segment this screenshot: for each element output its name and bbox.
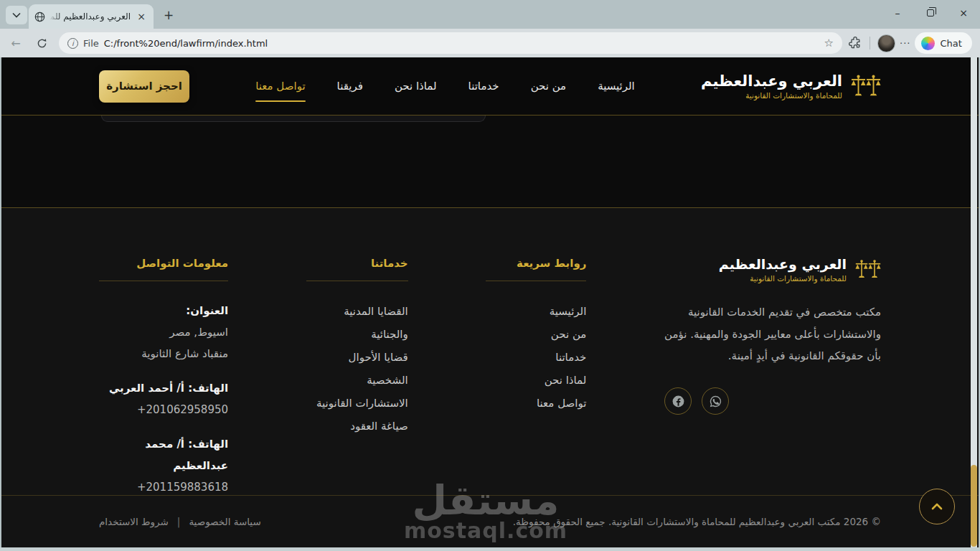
browser-menu-icon[interactable]: ··· (900, 38, 910, 49)
logo-subtitle: للمحاماة والاستشارات القانونية (701, 91, 842, 100)
spacer (99, 420, 228, 433)
phone2-label: الهاتف: أ/ محمد عبدالعظيم (99, 433, 228, 476)
copilot-icon (921, 37, 935, 50)
nav-contact[interactable]: تواصل معنا (255, 80, 305, 93)
tab-close-icon[interactable]: × (135, 10, 148, 23)
address-line-2: منقباد شارع الثانوية (99, 343, 228, 364)
legal-links: سياسة الخصوصية | شروط الاستخدام (99, 516, 261, 527)
main-nav: الرئيسية من نحن خدماتنا لماذا نحن فريقنا… (255, 80, 635, 93)
browser-toolbar: ← i File C:/front%20end/lawfirm/index.ht… (0, 29, 980, 57)
address-bar[interactable]: i File C:/front%20end/lawfirm/index.html… (59, 32, 842, 54)
footer-link-services[interactable]: خدماتنا (486, 346, 586, 369)
footer-bottom-bar: © 2026 مكتب العربي وعبدالعظيم للمحاماة و… (1, 495, 979, 547)
scales-of-justice-icon (851, 74, 881, 98)
footer-about-description: مكتب متخصص في تقديم الخدمات القانونية وا… (664, 301, 881, 367)
globe-icon (34, 11, 45, 22)
page-viewport: العربي وعبدالعظيم للمحاماة والاستشارات ا… (1, 57, 979, 547)
logo-text: العربي وعبدالعظيم للمحاماة والاستشارات ا… (701, 72, 842, 100)
footer-quicklinks-column: روابط سريعة الرئيسية من نحن خدماتنا لماذ… (486, 257, 586, 498)
footer-link-about[interactable]: من نحن (486, 323, 586, 346)
footer-service-contracts[interactable]: صياغة العقود (306, 415, 408, 438)
privacy-policy-link[interactable]: سياسة الخصوصية (189, 516, 260, 527)
site-logo[interactable]: العربي وعبدالعظيم للمحاماة والاستشارات ا… (701, 72, 881, 100)
nav-services[interactable]: خدماتنا (468, 80, 499, 93)
refresh-button[interactable] (32, 33, 52, 53)
copilot-chat-button[interactable]: Chat (915, 32, 971, 54)
facebook-icon (672, 395, 685, 408)
whatsapp-icon (709, 395, 722, 408)
spacer (99, 364, 228, 377)
footer-link-why-us[interactable]: لماذا نحن (486, 369, 586, 392)
terms-link[interactable]: شروط الاستخدام (99, 516, 169, 527)
footer-service-legal-consult[interactable]: الاستشارات القانونية (306, 392, 408, 415)
phone1-number[interactable]: +201062958950 (99, 399, 228, 420)
chat-label: Chat (940, 38, 961, 49)
refresh-icon (37, 38, 47, 49)
book-consultation-button[interactable]: احجز استشارة (99, 70, 189, 103)
bookmark-star-icon[interactable]: ☆ (824, 37, 834, 50)
logo-title: العربي وعبدالعظيم (701, 72, 842, 90)
footer-link-contact[interactable]: تواصل معنا (486, 392, 586, 415)
protocol-label: File (83, 38, 99, 49)
legal-separator: | (177, 516, 181, 527)
scroll-to-top-button[interactable] (919, 489, 955, 524)
footer-link-home[interactable]: الرئيسية (486, 300, 586, 323)
footer-service-civil-criminal[interactable]: القضايا المدنية والجنائية (306, 300, 408, 346)
chevron-down-icon (12, 12, 21, 18)
address-line-1: اسيوط, مصر (99, 321, 228, 343)
services-heading: خدماتنا (306, 257, 408, 281)
site-header: العربي وعبدالعظيم للمحاماة والاستشارات ا… (1, 57, 979, 116)
nav-why-us[interactable]: لماذا نحن (395, 80, 437, 93)
nav-about[interactable]: من نحن (531, 80, 567, 93)
minimize-button[interactable]: – (881, 0, 914, 26)
whatsapp-button[interactable] (702, 387, 729, 415)
phone1-label: الهاتف: أ/ أحمد العربي (99, 377, 228, 399)
window-bottom-edge (0, 547, 980, 551)
nav-team[interactable]: فريقنا (337, 80, 363, 93)
browser-titlebar: العربي وعبدالعظيم للمحاماة والاستش × + –… (0, 0, 980, 29)
footer-services-column: خدماتنا القضايا المدنية والجنائية قضايا … (306, 257, 408, 498)
facebook-button[interactable] (664, 387, 692, 415)
footer-logo-subtitle: للمحاماة والاستشارات القانونية (719, 274, 847, 283)
extensions-icon[interactable] (848, 36, 862, 50)
contact-section-remnant (1, 116, 979, 207)
scales-of-justice-icon (855, 259, 881, 280)
restore-icon (927, 9, 934, 17)
nav-home[interactable]: الرئيسية (598, 80, 635, 93)
back-button[interactable]: ← (6, 33, 26, 53)
form-box-bottom-edge (101, 116, 486, 122)
close-window-button[interactable]: × (947, 0, 980, 26)
social-links (664, 387, 881, 415)
site-footer: العربي وعبدالعظيم للمحاماة والاستشارات ا… (1, 207, 979, 547)
chevron-up-icon (931, 503, 943, 510)
restore-button[interactable] (914, 0, 947, 26)
contact-heading: معلومات التواصل (99, 257, 228, 281)
quicklinks-heading: روابط سريعة (486, 257, 586, 281)
footer-contact-column: معلومات التواصل العنوان: اسيوط, مصر منقب… (99, 257, 228, 498)
scrollbar-thumb[interactable] (971, 465, 977, 547)
footer-columns: العربي وعبدالعظيم للمحاماة والاستشارات ا… (1, 208, 979, 498)
footer-about-column: العربي وعبدالعظيم للمحاماة والاستشارات ا… (664, 257, 881, 498)
copyright-text: © 2026 مكتب العربي وعبدالعظيم للمحاماة و… (513, 516, 881, 527)
url-text[interactable]: C:/front%20end/lawfirm/index.html (104, 38, 819, 49)
browser-tab[interactable]: العربي وعبدالعظيم للمحاماة والاستش × (29, 4, 154, 29)
profile-avatar[interactable] (877, 34, 895, 52)
new-tab-button[interactable]: + (159, 7, 178, 23)
tab-title: العربي وعبدالعظيم للمحاماة والاستش (50, 11, 131, 22)
toolbar-divider (870, 37, 870, 50)
footer-logo-text: العربي وعبدالعظيم للمحاماة والاستشارات ا… (719, 257, 847, 283)
address-label: العنوان: (99, 300, 228, 321)
footer-logo-title: العربي وعبدالعظيم (719, 257, 847, 273)
page-info-icon[interactable]: i (67, 38, 78, 49)
footer-service-personal-status[interactable]: قضايا الأحوال الشخصية (306, 346, 408, 392)
tab-search-button[interactable] (6, 6, 27, 24)
footer-logo: العربي وعبدالعظيم للمحاماة والاستشارات ا… (664, 257, 881, 283)
toolbar-right-cluster: ··· Chat (848, 32, 976, 54)
page-scrollbar[interactable] (970, 57, 979, 547)
window-controls: – × (881, 0, 980, 26)
